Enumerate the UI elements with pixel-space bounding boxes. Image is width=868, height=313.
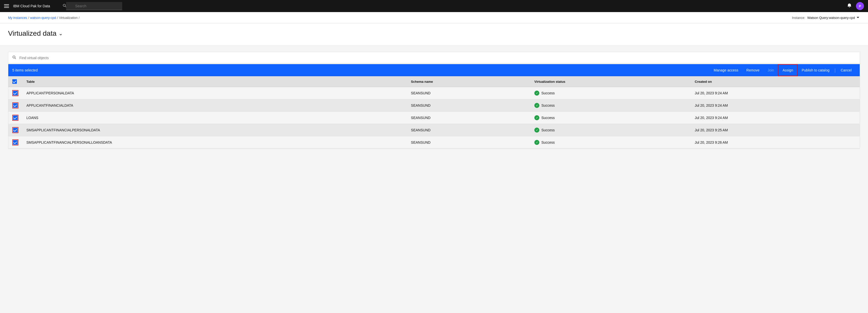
schema-name-cell: SEANSUND (407, 99, 530, 112)
search-wrap (60, 2, 211, 10)
virtualization-status-cell: ✓Success (530, 87, 691, 99)
find-search-icon (12, 55, 17, 60)
page-title: Virtualized data (8, 29, 57, 37)
table-name-cell: APPLICANTPERSONALDATA (22, 87, 407, 99)
checkbox-highlight-wrap (12, 115, 18, 121)
toolbar-actions: Manage access Remove Join Assign Publish… (710, 64, 856, 76)
selected-count-label: 5 items selected (12, 68, 38, 72)
success-icon: ✓ (534, 91, 539, 95)
main-content: 5 items selected Manage access Remove Jo… (0, 46, 868, 313)
status-text: Success (541, 91, 555, 95)
created-on-cell: Jul 20, 2023 9:24 AM (691, 87, 860, 99)
created-on-cell: Jul 20, 2023 9:24 AM (691, 112, 860, 124)
checkbox-highlight-wrap (12, 127, 18, 133)
row-checkbox-cell (8, 124, 22, 136)
page-title-wrap: Virtualized data ⌄ (8, 29, 860, 37)
created-on-cell: Jul 20, 2023 9:24 AM (691, 99, 860, 112)
row-checkbox[interactable] (13, 91, 18, 95)
breadcrumb-virtualization: Virtualization (59, 16, 78, 20)
select-all-header (8, 76, 22, 87)
page-title-chevron-icon[interactable]: ⌄ (59, 30, 63, 36)
table-row: SMSAPPLICANTFINANCIALPERSONALLOANSDATASE… (8, 136, 860, 149)
publish-to-catalog-button[interactable]: Publish to catalog (798, 64, 834, 76)
table-row: APPLICANTPERSONALDATASEANSUND✓SuccessJul… (8, 87, 860, 99)
avatar[interactable]: P (856, 2, 864, 10)
selection-toolbar: 5 items selected Manage access Remove Jo… (8, 64, 860, 76)
schema-name-cell: SEANSUND (407, 124, 530, 136)
toolbar-divider: | (834, 68, 837, 73)
breadcrumb-sep-1: / (28, 16, 29, 20)
table-header: Table Schema name Virtualization status … (8, 76, 860, 87)
select-all-checkbox[interactable] (12, 79, 17, 84)
row-checkbox[interactable] (13, 128, 18, 132)
table-col-header: Table (22, 76, 407, 87)
remove-button[interactable]: Remove (742, 64, 764, 76)
row-checkbox[interactable] (13, 103, 18, 108)
page-header: Virtualized data ⌄ (0, 23, 868, 46)
instance-dropdown[interactable]: Watson Query:watson-query-cpd (807, 16, 860, 20)
svg-rect-2 (4, 7, 9, 8)
schema-name-col-header: Schema name (407, 76, 530, 87)
table-name-cell: LOANS (22, 112, 407, 124)
instance-value: Watson Query:watson-query-cpd (807, 16, 855, 20)
created-on-cell: Jul 20, 2023 9:26 AM (691, 136, 860, 149)
virtualization-status-cell: ✓Success (530, 124, 691, 136)
success-icon: ✓ (534, 140, 539, 145)
status-text: Success (541, 140, 555, 144)
row-checkbox[interactable] (13, 115, 18, 120)
find-virtual-objects-input[interactable] (19, 56, 856, 60)
chevron-down-icon (856, 16, 860, 20)
checkbox-highlight-wrap (12, 103, 18, 109)
status-success-badge: ✓Success (534, 127, 687, 133)
breadcrumb-watson-query[interactable]: watson-query-cpd (30, 16, 56, 20)
breadcrumb: My instances / watson-query-cpd / Virtua… (8, 16, 80, 20)
row-checkbox-cell (8, 87, 22, 99)
assign-button[interactable]: Assign (778, 64, 798, 76)
svg-rect-0 (4, 4, 9, 5)
cancel-button[interactable]: Cancel (837, 64, 856, 76)
checkbox-highlight-wrap (12, 139, 18, 145)
status-text: Success (541, 104, 555, 108)
breadcrumb-my-instances[interactable]: My instances (8, 16, 27, 20)
created-on-col-header: Created on (691, 76, 860, 87)
virtualization-status-cell: ✓Success (530, 99, 691, 112)
row-checkbox-cell (8, 99, 22, 112)
svg-rect-1 (4, 6, 9, 6)
svg-point-5 (13, 56, 15, 58)
brand-name: IBM Cloud Pak for Data (13, 4, 50, 8)
virtualization-status-cell: ✓Success (530, 112, 691, 124)
join-button[interactable]: Join (764, 64, 778, 76)
schema-name-cell: SEANSUND (407, 112, 530, 124)
topnav-right: P (847, 2, 864, 10)
search-input[interactable] (66, 2, 122, 10)
search-bar (8, 52, 860, 64)
table-container: 5 items selected Manage access Remove Jo… (8, 64, 860, 149)
status-success-badge: ✓Success (534, 103, 687, 108)
breadcrumb-sep-3: / (79, 16, 80, 20)
svg-line-6 (15, 58, 16, 59)
notification-bell-icon[interactable] (847, 3, 852, 9)
breadcrumb-bar: My instances / watson-query-cpd / Virtua… (0, 12, 868, 23)
table-row: LOANSSEANSUND✓SuccessJul 20, 2023 9:24 A… (8, 112, 860, 124)
status-success-badge: ✓Success (534, 91, 687, 95)
manage-access-button[interactable]: Manage access (710, 64, 742, 76)
table-name-cell: SMSAPPLICANTFINANCIALPERSONALLOANSDATA (22, 136, 407, 149)
created-on-cell: Jul 20, 2023 9:25 AM (691, 124, 860, 136)
table-name-cell: SMSAPPLICANTFINANCIALPERSONALDATA (22, 124, 407, 136)
virtualization-status-col-header: Virtualization status (530, 76, 691, 87)
row-checkbox[interactable] (13, 140, 18, 145)
menu-icon[interactable] (4, 3, 9, 8)
instance-label: Instance: Watson Query:watson-query-cpd (792, 16, 860, 20)
virtualized-data-table: Table Schema name Virtualization status … (8, 76, 860, 149)
row-checkbox-cell (8, 136, 22, 149)
table-row: SMSAPPLICANTFINANCIALPERSONALDATASEANSUN… (8, 124, 860, 136)
table-body: APPLICANTPERSONALDATASEANSUND✓SuccessJul… (8, 87, 860, 149)
schema-name-cell: SEANSUND (407, 87, 530, 99)
breadcrumb-sep-2: / (57, 16, 58, 20)
checkbox-highlight-wrap (12, 90, 18, 96)
status-text: Success (541, 116, 555, 120)
instance-text-label: Instance: (792, 16, 805, 20)
success-icon: ✓ (534, 127, 539, 133)
status-success-badge: ✓Success (534, 115, 687, 120)
table-name-cell: APPLICANTFINANCIALDATA (22, 99, 407, 112)
